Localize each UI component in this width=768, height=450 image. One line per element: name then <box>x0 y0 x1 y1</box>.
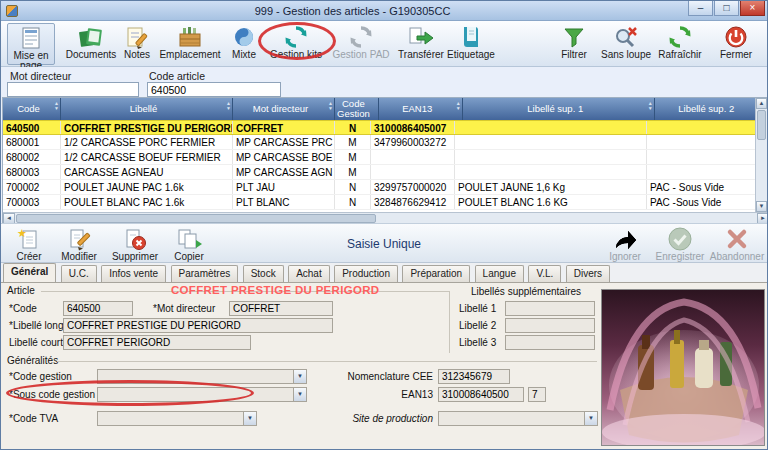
column-header-code[interactable]: Code▲▼ <box>3 98 61 120</box>
table-row[interactable]: 680003 CARCASSE AGNEAU MP CARCASSE AGN M <box>3 165 757 180</box>
cell-libelle-sup-1: POULET BLANC 1.6 KG <box>455 195 647 209</box>
tab-vl[interactable]: V.L. <box>528 265 561 282</box>
libelle2-field[interactable] <box>505 318 595 333</box>
column-header-libelle[interactable]: Libellé▲▼ <box>61 98 233 120</box>
chevron-down-icon[interactable]: ▼ <box>293 388 306 401</box>
table-row[interactable]: 700002 POULET JAUNE PAC 1.6k PLT JAU N 3… <box>3 180 757 195</box>
tab-production[interactable]: Production <box>334 265 398 282</box>
libelle-court-label: Libellé court <box>9 337 63 348</box>
toolbar-label: Gestion kits <box>265 50 327 60</box>
code-field[interactable]: 640500 <box>63 301 133 316</box>
tab-general[interactable]: Général <box>3 263 56 282</box>
toolbar-gestion-pad[interactable]: Gestion PAD <box>329 23 393 60</box>
toolbar-label: Sans loupe <box>599 50 653 60</box>
column-header-libelle-sup-1[interactable]: Libellé sup. 1▲▼ <box>463 98 655 120</box>
minimize-button[interactable]: – <box>688 1 713 16</box>
toolbar-rafraichir[interactable]: Rafraîchir <box>653 23 707 60</box>
table-row-selected[interactable]: 640500 COFFRET PRESTIGE DU PERIGORD COFF… <box>3 120 757 135</box>
libelle3-field[interactable] <box>505 335 595 350</box>
code-article-input[interactable] <box>147 82 281 97</box>
libelle1-field[interactable] <box>505 301 595 316</box>
cancel-x-icon <box>709 225 765 252</box>
modifier-button[interactable]: Modifier <box>53 225 105 262</box>
tab-achat[interactable]: Achat <box>288 265 330 282</box>
tab-preparation[interactable]: Préparation <box>402 265 470 282</box>
toolbar-notes[interactable]: Notes <box>117 23 157 60</box>
tab-uc[interactable]: U.C. <box>61 265 97 282</box>
toolbar-mise-en-page[interactable]: Mise en page <box>7 23 55 65</box>
ean13-check-digit-field[interactable]: 7 <box>528 387 546 402</box>
toolbar-fermer[interactable]: Fermer <box>711 23 761 60</box>
chevron-down-icon[interactable]: ▼ <box>243 412 256 425</box>
refresh-icon <box>653 23 707 50</box>
vertical-scroll-thumb[interactable] <box>757 110 766 140</box>
header-label: Libellé sup. 2 <box>678 104 734 114</box>
page-layout-icon <box>8 24 54 51</box>
mixte-icon <box>223 23 265 50</box>
code-gestion-dropdown[interactable]: N Negoce ▼ <box>97 369 307 384</box>
toolbar-gestion-kits[interactable]: Gestion kits <box>265 23 327 60</box>
cell-libelle: 1/2 CARCASSE BOEUF FERMIER <box>61 150 233 164</box>
tab-infos-vente[interactable]: Infos vente <box>101 265 166 282</box>
column-header-code-gestion[interactable]: Code Gestion <box>335 98 379 120</box>
toolbar-sans-loupe[interactable]: Sans loupe <box>599 23 653 60</box>
mot-directeur-input[interactable] <box>7 82 139 97</box>
mot-directeur-field[interactable]: COFFRET <box>229 301 333 316</box>
ean13-field[interactable]: 310008640500 <box>438 387 524 402</box>
site-production-dropdown[interactable]: 999 GOURMET de FRANCE ▼ <box>438 411 598 426</box>
scroll-up-icon[interactable]: ▲ <box>756 98 767 109</box>
code-tva-dropdown[interactable]: 1 TVA 5,5 % ▼ <box>97 411 257 426</box>
tab-langue[interactable]: Langue <box>475 265 524 282</box>
cell-code-gestion: N <box>335 180 371 194</box>
cell-libelle-sup-1 <box>455 135 647 149</box>
column-header-mot-directeur[interactable]: Mot directeur▲▼ <box>233 98 335 120</box>
chevron-down-icon[interactable]: ▼ <box>293 370 306 383</box>
cell-code: 700002 <box>3 180 61 194</box>
ignorer-button[interactable]: Ignorer <box>601 225 649 262</box>
cell-mot-directeur: COFFRET <box>233 121 335 134</box>
libelle-long-field[interactable]: COFFRET PRESTIGE DU PERIGORD <box>63 318 333 333</box>
chevron-down-icon[interactable]: ▼ <box>584 412 597 425</box>
table-row[interactable]: 680001 1/2 CARCASSE PORC FERMIER MP CARC… <box>3 135 757 150</box>
cell-libelle: CARCASSE AGNEAU <box>61 165 233 179</box>
scroll-down-icon[interactable]: ▼ <box>756 201 767 212</box>
toolbar-filtrer[interactable]: Filtrer <box>551 23 597 60</box>
tab-parametres[interactable]: Paramètres <box>171 265 239 282</box>
articles-table: Code▲▼ Libellé▲▼ Mot directeur▲▼ Code Ge… <box>2 97 768 223</box>
supprimer-button[interactable]: Supprimer <box>107 225 163 262</box>
copier-button[interactable]: Copier <box>165 225 213 262</box>
horizontal-scroll-thumb[interactable] <box>16 214 376 223</box>
cell-mot-directeur: MP CARCASSE BOE <box>233 150 335 164</box>
table-row[interactable]: 680002 1/2 CARCASSE BOEUF FERMIER MP CAR… <box>3 150 757 165</box>
code-article-label: Code article <box>149 70 205 82</box>
cell-libelle-sup-2: PAC - Sous Vide <box>647 180 757 194</box>
maximize-button[interactable]: □ <box>714 1 739 16</box>
column-header-libelle-sup-2[interactable]: Libellé sup. 2▲▼ <box>655 98 765 120</box>
sous-code-gestion-dropdown[interactable]: K Kit ▼ <box>97 387 307 402</box>
delete-icon <box>107 225 163 252</box>
toolbar-label: Gestion PAD <box>329 50 393 60</box>
table-row[interactable]: 700003 POULET BLANC PAC 1.6k PLT BLANC N… <box>3 195 757 210</box>
column-header-ean13[interactable]: EAN13▲▼ <box>379 98 463 120</box>
toolbar-label: Emplacement <box>159 50 221 60</box>
toolbar-emplacement[interactable]: Emplacement <box>159 23 221 60</box>
title-bar: 999 - Gestion des articles - G190305CC –… <box>1 1 767 21</box>
vertical-scrollbar[interactable]: ▲ ▼ <box>755 98 767 212</box>
abandonner-button[interactable]: Abandonner <box>709 225 765 262</box>
close-button[interactable]: × <box>740 1 765 16</box>
cell-code: 680002 <box>3 150 61 164</box>
toolbar-mixte[interactable]: Mixte <box>223 23 265 60</box>
tab-divers[interactable]: Divers <box>566 265 610 282</box>
toolbar-documents[interactable]: Documents <box>63 23 119 60</box>
creer-button[interactable]: ★ Créer <box>7 225 51 262</box>
cell-code-gestion: M <box>335 135 371 149</box>
toolbar-transferer[interactable]: Transférer <box>393 23 449 60</box>
cell-code: 700003 <box>3 195 61 209</box>
enregistrer-button[interactable]: Enregistrer <box>651 225 709 262</box>
tab-stock[interactable]: Stock <box>243 265 284 282</box>
nomenclature-field[interactable]: 312345679 <box>438 369 510 384</box>
libelle-court-field[interactable]: COFFRET PERIGORD <box>63 335 251 350</box>
libelle-long-label: *Libellé long <box>9 320 64 331</box>
ean13-label: EAN13 <box>339 389 433 400</box>
toolbar-etiquetage[interactable]: Etiquetage <box>443 23 499 60</box>
